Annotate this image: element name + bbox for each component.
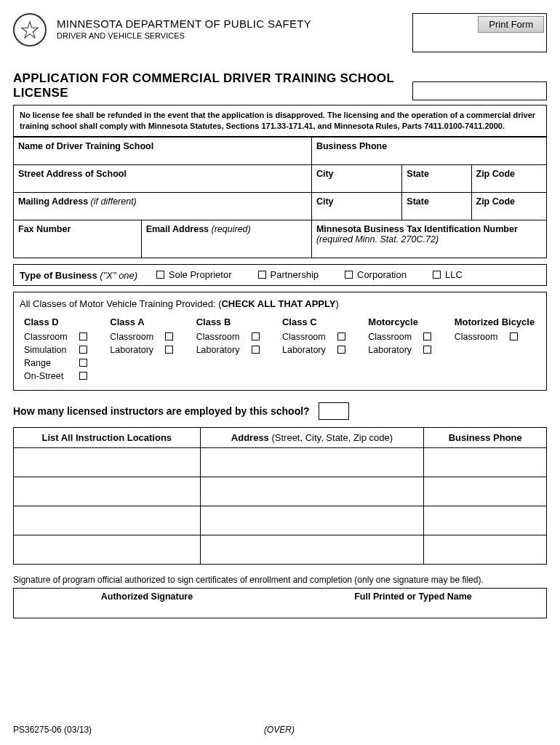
email-hint: (required)	[209, 224, 251, 234]
class-title: Class D	[24, 316, 110, 327]
field-tax-id[interactable]: Minnesota Business Tax Identification Nu…	[316, 224, 518, 234]
class-option[interactable]: Laboratory	[368, 345, 454, 355]
field-school-name[interactable]: Name of Driver Training School	[18, 141, 153, 151]
location-row[interactable]	[14, 447, 547, 477]
checkbox-icon	[252, 346, 260, 354]
header: MINNESOTA DEPARTMENT OF PUBLIC SAFETY DR…	[13, 13, 547, 52]
class-title: Motorized Bicycle	[455, 316, 540, 327]
checkbox-icon	[510, 332, 518, 340]
field-business-phone[interactable]: Business Phone	[316, 141, 387, 151]
notice-text: No license fee shall be refunded in the …	[13, 105, 547, 137]
locations-table: List All Instruction Locations Address (…	[13, 427, 547, 565]
footer: PS36275-06 (03/13) (OVER)	[13, 725, 547, 735]
class-option[interactable]: Laboratory	[110, 345, 196, 355]
field-state2[interactable]: State	[407, 196, 429, 207]
location-row[interactable]	[14, 506, 547, 535]
class-option[interactable]: On-Street	[24, 371, 110, 381]
checkbox-icon	[79, 332, 87, 340]
tob-sole-proprietor[interactable]: Sole Proprietor	[156, 269, 232, 280]
checkbox-icon	[433, 271, 441, 279]
field-zip2[interactable]: Zip Code	[476, 196, 515, 207]
class-column: Class BClassroomLaboratory	[196, 316, 282, 384]
field-street[interactable]: Street Address of School	[18, 169, 127, 179]
form-number: PS36275-06 (03/13)	[13, 725, 92, 735]
location-row[interactable]	[14, 477, 547, 506]
field-fax[interactable]: Fax Number	[18, 224, 71, 234]
printed-name-label[interactable]: Full Printed or Typed Name	[280, 589, 546, 618]
authorized-signature-label[interactable]: Authorized Signature	[14, 589, 280, 618]
checkbox-icon	[165, 332, 173, 340]
tob-llc[interactable]: LLC	[433, 269, 463, 280]
class-column: MotorcycleClassroomLaboratory	[368, 316, 454, 384]
checkbox-icon	[79, 359, 87, 367]
class-option[interactable]: Classroom	[455, 332, 540, 342]
department-block: MINNESOTA DEPARTMENT OF PUBLIC SAFETY DR…	[57, 13, 402, 40]
checkbox-icon	[252, 332, 260, 340]
class-column: Class DClassroomSimulationRangeOn-Street	[24, 316, 110, 384]
checkbox-icon	[423, 332, 431, 340]
checkbox-icon	[79, 346, 87, 354]
checkbox-icon	[165, 346, 173, 354]
class-option[interactable]: Classroom	[24, 332, 110, 342]
instructor-question: How many licensed instructors are employ…	[13, 402, 547, 420]
checkbox-icon	[337, 346, 345, 354]
mailing-hint: (if different)	[88, 196, 137, 207]
col-phone: Business Phone	[424, 427, 547, 447]
class-option[interactable]: Classroom	[282, 332, 368, 342]
over-indicator: (OVER)	[264, 725, 295, 735]
checkbox-icon	[258, 271, 266, 279]
info-grid: Name of Driver Training School Business …	[13, 137, 547, 258]
signature-note: Signature of program official authorized…	[13, 575, 547, 585]
class-column: Motorized BicycleClassroom	[455, 316, 540, 384]
title-side-box	[412, 81, 547, 100]
instructor-count-input[interactable]	[319, 402, 349, 420]
department-title: MINNESOTA DEPARTMENT OF PUBLIC SAFETY	[57, 17, 402, 30]
checkbox-icon	[337, 332, 345, 340]
class-option[interactable]: Classroom	[368, 332, 454, 342]
checkbox-icon	[345, 271, 353, 279]
state-seal-icon	[13, 13, 47, 47]
tob-corporation[interactable]: Corporation	[345, 269, 407, 280]
class-title: Motorcycle	[368, 316, 454, 327]
print-box: Print Form	[412, 13, 547, 52]
form-title-row: APPLICATION FOR COMMERCIAL DRIVER TRAINI…	[13, 71, 547, 100]
class-column: Class CClassroomLaboratory	[282, 316, 368, 384]
tob-hint: ("X" one)	[97, 270, 137, 281]
class-option[interactable]: Range	[24, 358, 110, 368]
field-state[interactable]: State	[407, 169, 429, 179]
svg-marker-0	[22, 22, 38, 38]
class-title: Class A	[110, 316, 196, 327]
class-option[interactable]: Laboratory	[196, 345, 282, 355]
class-option[interactable]: Laboratory	[282, 345, 368, 355]
tob-label: Type of Business	[20, 270, 97, 281]
col-locations: List All Instruction Locations	[14, 427, 201, 447]
form-title: APPLICATION FOR COMMERCIAL DRIVER TRAINI…	[13, 71, 412, 100]
location-row[interactable]	[14, 535, 547, 564]
field-mailing[interactable]: Mailing Address	[18, 196, 88, 207]
division-title: DRIVER AND VEHICLE SERVICES	[57, 31, 402, 40]
field-email[interactable]: Email Address	[146, 224, 209, 234]
checkbox-icon	[79, 372, 87, 380]
field-zip[interactable]: Zip Code	[476, 169, 515, 179]
class-option[interactable]: Classroom	[196, 332, 282, 342]
class-option[interactable]: Classroom	[110, 332, 196, 342]
signature-box: Authorized Signature Full Printed or Typ…	[13, 588, 547, 618]
field-city[interactable]: City	[316, 169, 334, 179]
class-title: Class B	[196, 316, 282, 327]
class-column: Class AClassroomLaboratory	[110, 316, 196, 384]
tax-hint: (required Minn. Stat. 270C.72)	[316, 234, 439, 244]
classes-section: All Classes of Motor Vehicle Training Pr…	[13, 292, 547, 391]
print-form-button[interactable]: Print Form	[478, 16, 544, 33]
tob-partnership[interactable]: Partnership	[258, 269, 319, 280]
field-city2[interactable]: City	[316, 196, 334, 207]
class-option[interactable]: Simulation	[24, 345, 110, 355]
type-of-business-section: Type of Business ("X" one) Sole Propriet…	[13, 264, 547, 286]
col-address: Address (Street, City, State, Zip code)	[200, 427, 424, 447]
class-title: Class C	[282, 316, 368, 327]
checkbox-icon	[423, 346, 431, 354]
classes-header: All Classes of Motor Vehicle Training Pr…	[20, 298, 540, 309]
checkbox-icon	[156, 271, 164, 279]
